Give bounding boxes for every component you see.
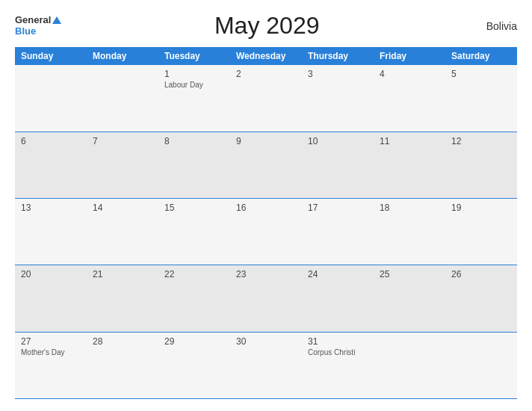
calendar-cell: 3	[302, 65, 374, 132]
calendar-cell: 22	[158, 265, 230, 332]
header: General Blue May 2029 Bolivia	[15, 12, 517, 40]
calendar-cell: 26	[445, 265, 517, 332]
logo-triangle-icon	[52, 16, 61, 24]
calendar-week-row: 1Labour Day2345	[15, 65, 517, 132]
day-number: 4	[380, 69, 439, 79]
calendar-cell	[374, 332, 445, 398]
calendar-week-row: 6789101112	[15, 132, 517, 198]
day-number: 25	[380, 269, 439, 279]
event-label: Mother's Day	[21, 348, 81, 356]
calendar-cell: 12	[445, 132, 517, 198]
day-number: 19	[451, 203, 511, 213]
calendar-cell: 17	[302, 199, 374, 265]
calendar-cell: 9	[230, 132, 302, 198]
calendar-cell: 25	[374, 265, 445, 332]
day-number: 20	[21, 269, 81, 279]
event-label: Labour Day	[164, 81, 224, 89]
calendar-cell: 31Corpus Christi	[302, 332, 374, 398]
calendar-cell: 4	[374, 65, 445, 132]
calendar-cell: 23	[230, 265, 302, 332]
calendar-cell: 5	[445, 65, 517, 132]
calendar-week-row: 13141516171819	[15, 199, 517, 265]
calendar-cell: 1Labour Day	[158, 65, 230, 132]
day-number: 12	[451, 136, 511, 146]
weekday-sunday: Sunday	[15, 47, 87, 65]
calendar-cell: 6	[15, 132, 87, 198]
country-label: Bolivia	[472, 20, 517, 32]
day-number: 24	[308, 269, 368, 279]
calendar-cell: 18	[374, 199, 445, 265]
calendar-cell: 8	[158, 132, 230, 198]
day-number: 14	[93, 203, 152, 213]
logo: General Blue	[15, 15, 61, 37]
day-number: 13	[21, 203, 81, 213]
calendar-cell: 20	[15, 265, 87, 332]
calendar-cell: 19	[445, 199, 517, 265]
calendar-cell: 2	[230, 65, 302, 132]
calendar-cell: 21	[87, 265, 158, 332]
weekday-wednesday: Wednesday	[230, 47, 302, 65]
calendar-cell	[445, 332, 517, 398]
day-number: 7	[93, 136, 152, 146]
calendar-cell: 27Mother's Day	[15, 332, 87, 398]
day-number: 3	[308, 69, 368, 79]
weekday-friday: Friday	[374, 47, 445, 65]
calendar-cell: 13	[15, 199, 87, 265]
day-number: 18	[380, 203, 439, 213]
calendar-cell	[15, 65, 87, 132]
weekday-row: SundayMondayTuesdayWednesdayThursdayFrid…	[15, 47, 517, 65]
day-number: 5	[451, 69, 511, 79]
calendar-cell	[87, 65, 158, 132]
calendar-cell: 30	[230, 332, 302, 398]
logo-general-text: General	[15, 15, 51, 25]
day-number: 21	[93, 269, 152, 279]
calendar-cell: 15	[158, 199, 230, 265]
day-number: 1	[164, 69, 224, 79]
calendar-body: 1Labour Day23456789101112131415161718192…	[15, 65, 517, 399]
day-number: 26	[451, 269, 511, 279]
day-number: 27	[21, 336, 81, 347]
day-number: 10	[308, 136, 368, 146]
calendar-cell: 24	[302, 265, 374, 332]
calendar-cell: 14	[87, 199, 158, 265]
day-number: 23	[236, 269, 296, 279]
event-label: Corpus Christi	[308, 348, 368, 356]
day-number: 31	[308, 336, 368, 347]
weekday-thursday: Thursday	[302, 47, 374, 65]
calendar-cell: 10	[302, 132, 374, 198]
calendar-header: SundayMondayTuesdayWednesdayThursdayFrid…	[15, 47, 517, 65]
day-number: 30	[236, 336, 296, 347]
calendar-cell: 7	[87, 132, 158, 198]
calendar-cell: 29	[158, 332, 230, 398]
day-number: 28	[93, 336, 152, 347]
day-number: 9	[236, 136, 296, 146]
day-number: 6	[21, 136, 81, 146]
calendar-week-row: 27Mother's Day28293031Corpus Christi	[15, 332, 517, 398]
day-number: 17	[308, 203, 368, 213]
calendar: SundayMondayTuesdayWednesdayThursdayFrid…	[15, 47, 517, 399]
weekday-saturday: Saturday	[445, 47, 517, 65]
day-number: 2	[236, 69, 296, 79]
day-number: 29	[164, 336, 224, 347]
weekday-monday: Monday	[87, 47, 158, 65]
day-number: 8	[164, 136, 224, 146]
day-number: 11	[380, 136, 439, 146]
day-number: 22	[164, 269, 224, 279]
calendar-cell: 16	[230, 199, 302, 265]
logo-blue-text: Blue	[15, 25, 36, 37]
calendar-cell: 11	[374, 132, 445, 198]
weekday-tuesday: Tuesday	[158, 47, 230, 65]
day-number: 16	[236, 203, 296, 213]
calendar-cell: 28	[87, 332, 158, 398]
day-number: 15	[164, 203, 224, 213]
month-title: May 2029	[61, 12, 472, 40]
calendar-week-row: 20212223242526	[15, 265, 517, 332]
